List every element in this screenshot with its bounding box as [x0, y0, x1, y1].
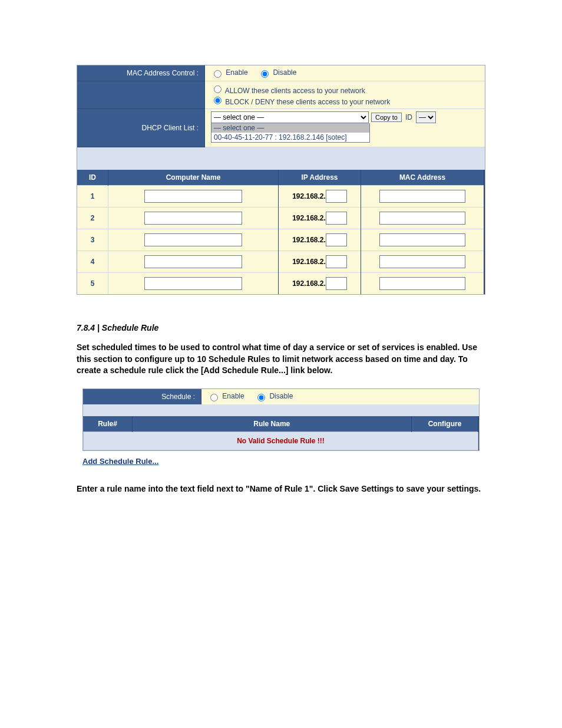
grid-row: 3 192.168.2.: [77, 229, 484, 251]
mac-disable-radio[interactable]: [261, 70, 269, 78]
schedule-disable-option[interactable]: Disable: [254, 392, 293, 400]
dhcp-id-label: ID: [404, 113, 414, 121]
ip-last-input[interactable]: [326, 190, 347, 203]
mac-enable-label: Enable: [226, 68, 247, 77]
grid-row: 4 192.168.2.: [77, 251, 484, 273]
ip-last-input[interactable]: [326, 212, 347, 225]
mac-control-options: Enable Disable: [205, 65, 485, 81]
ip-prefix: 192.168.2.: [292, 236, 326, 244]
policy-block-option[interactable]: BLOCK / DENY these clients access to you…: [211, 98, 390, 106]
mac-disable-option[interactable]: Disable: [258, 68, 296, 77]
rule-header-name: Rule Name: [132, 416, 412, 432]
mac-input[interactable]: [379, 190, 465, 203]
section-heading: 7.8.4 | Schedule Rule: [77, 323, 485, 332]
grid-header-name: Computer Name: [108, 170, 279, 186]
grid-row: 2 192.168.2.: [77, 207, 484, 229]
policy-allow-radio[interactable]: [214, 85, 222, 93]
mac-input[interactable]: [379, 277, 465, 290]
mac-enable-radio[interactable]: [214, 70, 222, 78]
grid-row: 5 192.168.2.: [77, 273, 484, 295]
policy-options: ALLOW these clients access to your netwo…: [205, 81, 485, 109]
computer-name-input[interactable]: [144, 212, 242, 225]
rule-header-no: Rule#: [84, 416, 133, 432]
rule-header-configure: Configure: [412, 416, 478, 432]
policy-label-blank: [77, 81, 205, 109]
mac-input[interactable]: [379, 255, 465, 268]
add-schedule-rule-link[interactable]: Add Schedule Rule...: [82, 457, 485, 466]
computer-name-input[interactable]: [144, 277, 242, 290]
mac-disable-label: Disable: [273, 68, 296, 77]
schedule-enable-option[interactable]: Enable: [207, 392, 246, 400]
grid-id-cell: 1: [77, 186, 108, 207]
ip-prefix: 192.168.2.: [292, 214, 326, 222]
ip-last-input[interactable]: [326, 233, 347, 246]
mac-control-label: MAC Address Control :: [77, 65, 205, 81]
policy-allow-label: ALLOW these clients access to your netwo…: [225, 87, 365, 95]
schedule-disable-radio[interactable]: [257, 394, 265, 401]
grid-id-cell: 3: [77, 229, 108, 251]
section-intro: Set scheduled times to be used to contro…: [77, 342, 485, 377]
no-rule-message: No Valid Schedule Rule !!!: [84, 431, 478, 450]
mac-input[interactable]: [379, 212, 465, 225]
mac-enable-option[interactable]: Enable: [211, 68, 250, 77]
mac-control-panel: MAC Address Control : Enable Disable: [77, 65, 485, 295]
ip-last-input[interactable]: [326, 277, 347, 290]
dhcp-select-wrap: — select one — — select one — 00-40-45-1…: [211, 111, 369, 123]
grid-id-cell: 2: [77, 207, 108, 229]
grid-id-cell: 5: [77, 273, 108, 295]
policy-block-label: BLOCK / DENY these clients access to you…: [225, 98, 390, 106]
computer-name-input[interactable]: [144, 190, 242, 203]
dhcp-id-select[interactable]: —: [416, 111, 436, 123]
schedule-enable-radio[interactable]: [210, 394, 218, 401]
section-outro: Enter a rule name into the text field ne…: [77, 483, 485, 495]
ip-prefix: 192.168.2.: [292, 192, 326, 200]
computer-name-input[interactable]: [144, 255, 242, 268]
policy-block-radio[interactable]: [214, 97, 222, 104]
grid-row: 1 192.168.2.: [77, 186, 484, 207]
schedule-disable-label: Disable: [269, 392, 293, 400]
grid-header-mac: MAC Address: [361, 170, 484, 186]
ip-last-input[interactable]: [326, 255, 347, 268]
grid-header-id: ID: [77, 170, 108, 186]
panel1-spacer: [77, 147, 485, 170]
dhcp-option-1[interactable]: 00-40-45-11-20-77 : 192.168.2.146 [sotec…: [211, 133, 369, 142]
schedule-spacer: [83, 404, 479, 416]
schedule-panel: Schedule : Enable Disable: [82, 388, 480, 451]
dhcp-client-select[interactable]: — select one —: [211, 111, 369, 123]
dhcp-option-0[interactable]: — select one —: [211, 123, 369, 133]
schedule-label: Schedule :: [83, 389, 201, 404]
ip-prefix: 192.168.2.: [292, 279, 326, 288]
copy-to-button[interactable]: Copy to: [371, 113, 402, 122]
mac-input[interactable]: [379, 233, 465, 246]
ip-prefix: 192.168.2.: [292, 258, 326, 266]
grid-header-ip: IP Address: [279, 170, 361, 186]
dhcp-controls: — select one — — select one — 00-40-45-1…: [205, 109, 485, 147]
schedule-enable-label: Enable: [222, 392, 244, 400]
policy-allow-option[interactable]: ALLOW these clients access to your netwo…: [211, 87, 365, 95]
computer-name-input[interactable]: [144, 233, 242, 246]
dhcp-dropdown-list: — select one — 00-40-45-11-20-77 : 192.1…: [211, 123, 370, 143]
schedule-options: Enable Disable: [201, 389, 479, 404]
grid-id-cell: 4: [77, 251, 108, 273]
dhcp-label: DHCP Client List :: [77, 109, 205, 147]
